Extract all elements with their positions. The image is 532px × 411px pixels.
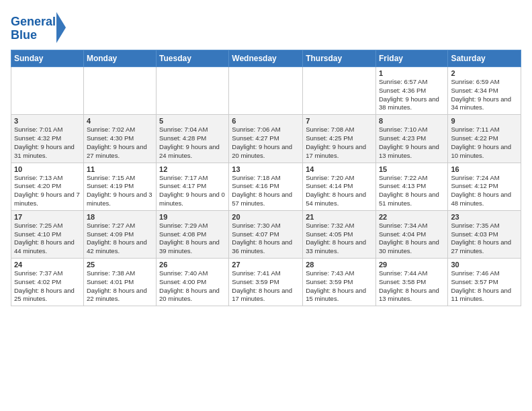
calendar-cell: 25Sunrise: 7:38 AM Sunset: 4:01 PM Dayli… <box>83 259 156 306</box>
day-info: Sunrise: 7:46 AM Sunset: 3:57 PM Dayligh… <box>451 269 518 304</box>
calendar-cell: 9Sunrise: 7:11 AM Sunset: 4:22 PM Daylig… <box>448 115 521 163</box>
day-number: 20 <box>232 213 300 221</box>
day-number: 18 <box>87 213 153 221</box>
day-number: 4 <box>87 117 153 125</box>
day-number: 22 <box>379 213 445 221</box>
calendar-cell: 7Sunrise: 7:08 AM Sunset: 4:25 PM Daylig… <box>303 115 376 163</box>
day-number: 30 <box>451 261 518 269</box>
day-number: 5 <box>159 117 226 125</box>
calendar-cell: 3Sunrise: 7:01 AM Sunset: 4:32 PM Daylig… <box>11 115 84 163</box>
day-info: Sunrise: 7:17 AM Sunset: 4:17 PM Dayligh… <box>159 174 226 208</box>
day-number: 6 <box>232 117 300 125</box>
day-number: 14 <box>306 165 373 173</box>
calendar-cell: 20Sunrise: 7:30 AM Sunset: 4:07 PM Dayli… <box>229 210 303 258</box>
day-info: Sunrise: 7:29 AM Sunset: 4:08 PM Dayligh… <box>159 222 226 256</box>
day-info: Sunrise: 7:38 AM Sunset: 4:01 PM Dayligh… <box>87 269 153 304</box>
calendar-cell: 15Sunrise: 7:22 AM Sunset: 4:13 PM Dayli… <box>375 163 447 210</box>
calendar-cell: 17Sunrise: 7:25 AM Sunset: 4:10 PM Dayli… <box>11 210 84 258</box>
day-number: 1 <box>379 69 445 77</box>
svg-text:Blue: Blue <box>11 28 37 42</box>
day-number: 19 <box>159 213 226 221</box>
calendar-cell <box>11 67 84 115</box>
day-number: 16 <box>451 165 518 173</box>
weekday-header-thursday: Thursday <box>303 50 376 67</box>
day-info: Sunrise: 7:04 AM Sunset: 4:28 PM Dayligh… <box>159 126 226 160</box>
svg-text:General: General <box>11 15 56 28</box>
day-info: Sunrise: 7:08 AM Sunset: 4:25 PM Dayligh… <box>306 126 373 160</box>
calendar-cell: 27Sunrise: 7:41 AM Sunset: 3:59 PM Dayli… <box>229 259 303 306</box>
weekday-header-tuesday: Tuesday <box>157 50 229 67</box>
day-number: 21 <box>306 213 373 221</box>
calendar-cell: 8Sunrise: 7:10 AM Sunset: 4:23 PM Daylig… <box>375 115 447 163</box>
calendar-cell: 29Sunrise: 7:44 AM Sunset: 3:58 PM Dayli… <box>375 259 447 306</box>
calendar-table: SundayMondayTuesdayWednesdayThursdayFrid… <box>11 50 521 306</box>
weekday-header-friday: Friday <box>375 50 447 67</box>
day-info: Sunrise: 7:30 AM Sunset: 4:07 PM Dayligh… <box>232 222 300 256</box>
day-info: Sunrise: 7:24 AM Sunset: 4:12 PM Dayligh… <box>451 174 518 208</box>
weekday-header-wednesday: Wednesday <box>229 50 303 67</box>
calendar-cell <box>229 67 303 115</box>
day-number: 25 <box>87 261 153 269</box>
day-number: 8 <box>379 117 445 125</box>
day-number: 3 <box>14 117 81 125</box>
day-info: Sunrise: 7:02 AM Sunset: 4:30 PM Dayligh… <box>87 126 153 160</box>
day-number: 10 <box>14 165 81 173</box>
calendar-cell: 13Sunrise: 7:18 AM Sunset: 4:16 PM Dayli… <box>229 163 303 210</box>
day-number: 9 <box>451 117 518 125</box>
day-info: Sunrise: 7:11 AM Sunset: 4:22 PM Dayligh… <box>451 126 518 160</box>
calendar-cell: 30Sunrise: 7:46 AM Sunset: 3:57 PM Dayli… <box>448 259 521 306</box>
day-number: 15 <box>379 165 445 173</box>
calendar-cell: 14Sunrise: 7:20 AM Sunset: 4:14 PM Dayli… <box>303 163 376 210</box>
page-header: GeneralBlue <box>11 11 521 44</box>
day-number: 2 <box>451 69 518 77</box>
calendar-cell <box>157 67 229 115</box>
calendar-cell <box>303 67 376 115</box>
day-info: Sunrise: 6:57 AM Sunset: 4:36 PM Dayligh… <box>379 78 445 112</box>
logo: GeneralBlue <box>11 11 71 44</box>
calendar-cell: 16Sunrise: 7:24 AM Sunset: 4:12 PM Dayli… <box>448 163 521 210</box>
weekday-header-monday: Monday <box>83 50 156 67</box>
day-number: 29 <box>379 261 445 269</box>
svg-marker-2 <box>56 12 66 43</box>
calendar-cell: 6Sunrise: 7:06 AM Sunset: 4:27 PM Daylig… <box>229 115 303 163</box>
day-info: Sunrise: 7:13 AM Sunset: 4:20 PM Dayligh… <box>14 174 81 208</box>
day-number: 24 <box>14 261 81 269</box>
day-info: Sunrise: 7:15 AM Sunset: 4:19 PM Dayligh… <box>87 174 153 208</box>
calendar-week-row: 17Sunrise: 7:25 AM Sunset: 4:10 PM Dayli… <box>11 210 521 258</box>
calendar-cell: 22Sunrise: 7:34 AM Sunset: 4:04 PM Dayli… <box>375 210 447 258</box>
calendar-cell <box>83 67 156 115</box>
day-number: 12 <box>159 165 226 173</box>
day-info: Sunrise: 7:06 AM Sunset: 4:27 PM Dayligh… <box>232 126 300 160</box>
day-info: Sunrise: 7:35 AM Sunset: 4:03 PM Dayligh… <box>451 222 518 256</box>
day-info: Sunrise: 7:22 AM Sunset: 4:13 PM Dayligh… <box>379 174 445 208</box>
day-info: Sunrise: 7:43 AM Sunset: 3:59 PM Dayligh… <box>306 269 373 304</box>
day-info: Sunrise: 7:18 AM Sunset: 4:16 PM Dayligh… <box>232 174 300 208</box>
day-number: 11 <box>87 165 153 173</box>
day-info: Sunrise: 7:44 AM Sunset: 3:58 PM Dayligh… <box>379 269 445 304</box>
calendar-cell: 11Sunrise: 7:15 AM Sunset: 4:19 PM Dayli… <box>83 163 156 210</box>
day-info: Sunrise: 7:32 AM Sunset: 4:05 PM Dayligh… <box>306 222 373 256</box>
day-info: Sunrise: 7:27 AM Sunset: 4:09 PM Dayligh… <box>87 222 153 256</box>
calendar-cell: 4Sunrise: 7:02 AM Sunset: 4:30 PM Daylig… <box>83 115 156 163</box>
day-info: Sunrise: 7:01 AM Sunset: 4:32 PM Dayligh… <box>14 126 81 160</box>
calendar-cell: 2Sunrise: 6:59 AM Sunset: 4:34 PM Daylig… <box>448 67 521 115</box>
calendar-week-row: 24Sunrise: 7:37 AM Sunset: 4:02 PM Dayli… <box>11 259 521 306</box>
calendar-cell: 28Sunrise: 7:43 AM Sunset: 3:59 PM Dayli… <box>303 259 376 306</box>
calendar-cell: 18Sunrise: 7:27 AM Sunset: 4:09 PM Dayli… <box>83 210 156 258</box>
day-info: Sunrise: 7:20 AM Sunset: 4:14 PM Dayligh… <box>306 174 373 208</box>
day-number: 26 <box>159 261 226 269</box>
logo-svg: GeneralBlue <box>11 11 71 44</box>
day-info: Sunrise: 7:25 AM Sunset: 4:10 PM Dayligh… <box>14 222 81 256</box>
day-number: 17 <box>14 213 81 221</box>
weekday-header-saturday: Saturday <box>448 50 521 67</box>
calendar-cell: 5Sunrise: 7:04 AM Sunset: 4:28 PM Daylig… <box>157 115 229 163</box>
calendar-week-row: 3Sunrise: 7:01 AM Sunset: 4:32 PM Daylig… <box>11 115 521 163</box>
day-number: 27 <box>232 261 300 269</box>
day-info: Sunrise: 7:34 AM Sunset: 4:04 PM Dayligh… <box>379 222 445 256</box>
day-number: 28 <box>306 261 373 269</box>
day-number: 7 <box>306 117 373 125</box>
day-number: 13 <box>232 165 300 173</box>
weekday-header-sunday: Sunday <box>11 50 84 67</box>
calendar-cell: 21Sunrise: 7:32 AM Sunset: 4:05 PM Dayli… <box>303 210 376 258</box>
calendar-week-row: 1Sunrise: 6:57 AM Sunset: 4:36 PM Daylig… <box>11 67 521 115</box>
